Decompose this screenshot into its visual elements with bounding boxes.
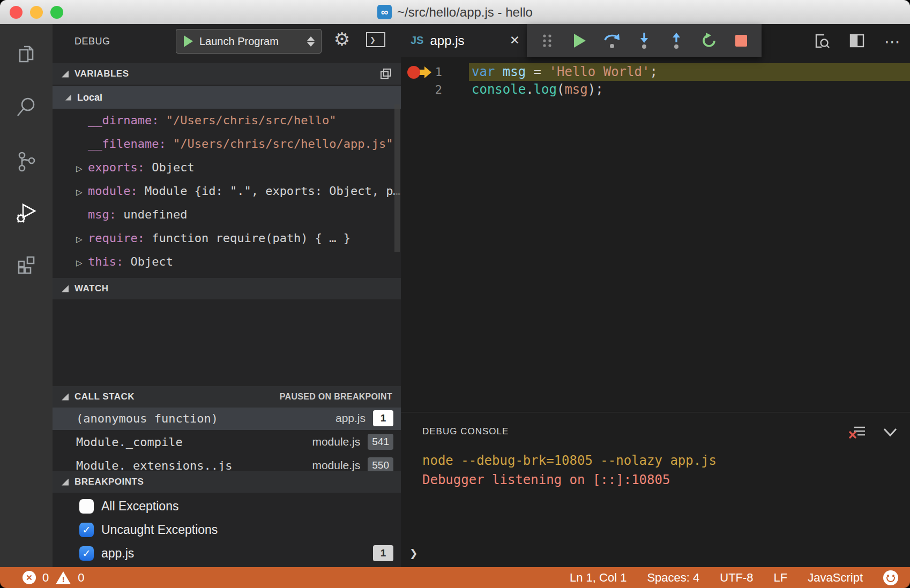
source-control-icon[interactable] bbox=[14, 150, 38, 174]
variable-value: "/Users/chris/src/hello/app.js" bbox=[173, 137, 393, 150]
warnings-count[interactable]: 0 bbox=[78, 571, 84, 585]
stack-frame-row[interactable]: Module._compilemodule.js541 bbox=[53, 430, 401, 454]
watch-header-label: WATCH bbox=[74, 283, 109, 294]
collapse-triangle-icon bbox=[62, 479, 69, 486]
variable-row[interactable]: ▷module: Module {id: ".", exports: Objec… bbox=[53, 179, 401, 203]
collapse-all-icon[interactable] bbox=[380, 68, 392, 80]
debug-sidebar: DEBUG Launch Program ⚙ ❯ VARIABLES Local… bbox=[53, 24, 401, 567]
sidebar-scrollbar[interactable] bbox=[394, 104, 400, 252]
errors-icon[interactable]: ✕ bbox=[23, 571, 36, 584]
status-item[interactable]: Ln 1, Col 1 bbox=[570, 571, 626, 585]
breakpoint-checkbox[interactable]: ✓ bbox=[79, 523, 94, 537]
breakpoint-checkbox[interactable] bbox=[79, 499, 94, 514]
js-file-icon: JS bbox=[411, 34, 423, 47]
expand-arrow-icon: ▷ bbox=[76, 228, 88, 250]
call-stack-section-header[interactable]: CALL STACK PAUSED ON BREAKPOINT bbox=[53, 386, 401, 408]
variable-row[interactable]: ▷require: function require(path) { … } bbox=[53, 227, 401, 250]
variable-name: exports: bbox=[88, 161, 152, 174]
variable-value: Module {id: ".", exports: Object, p… bbox=[145, 184, 400, 198]
launch-config-dropdown[interactable]: Launch Program bbox=[176, 29, 322, 54]
window-controls bbox=[10, 6, 63, 19]
status-item[interactable]: JavaScript bbox=[808, 571, 863, 585]
sidebar-title: DEBUG bbox=[74, 36, 110, 47]
step-into-icon[interactable] bbox=[635, 30, 654, 51]
clear-console-icon[interactable] bbox=[849, 424, 866, 442]
code-text: var msg = 'Hello World'; bbox=[469, 63, 910, 81]
variable-row[interactable]: msg: undefined bbox=[53, 203, 401, 227]
title-bar: ∞ ~/src/hello/app.js - hello bbox=[0, 0, 910, 25]
breakpoints-list: All Exceptions✓Uncaught Exceptions✓app.j… bbox=[53, 494, 401, 565]
breakpoints-section-header[interactable]: BREAKPOINTS bbox=[53, 471, 401, 493]
open-debug-console-icon[interactable]: ❯ bbox=[366, 32, 385, 47]
activity-bar bbox=[0, 24, 53, 567]
breakpoint-row[interactable]: ✓Uncaught Exceptions bbox=[53, 518, 401, 541]
frame-line-badge: 541 bbox=[368, 434, 393, 450]
stop-icon[interactable] bbox=[732, 30, 751, 51]
extensions-icon[interactable] bbox=[14, 253, 38, 276]
restart-icon[interactable] bbox=[699, 30, 719, 51]
variable-value: Object bbox=[130, 255, 173, 268]
variable-name: msg: bbox=[88, 208, 123, 221]
start-debug-icon[interactable] bbox=[184, 35, 193, 47]
variable-name: require: bbox=[88, 231, 152, 245]
open-preview-icon[interactable] bbox=[814, 33, 830, 51]
collapse-triangle-icon bbox=[62, 394, 69, 401]
close-tab-icon[interactable]: ✕ bbox=[510, 33, 520, 48]
call-stack-list: (anonymous function)app.js1Module._compi… bbox=[53, 406, 401, 477]
continue-icon[interactable] bbox=[570, 30, 589, 51]
explorer-icon[interactable] bbox=[14, 43, 38, 67]
warnings-icon[interactable]: ! bbox=[55, 571, 71, 585]
zoom-window-button[interactable] bbox=[50, 6, 63, 19]
variables-header-label: VARIABLES bbox=[74, 69, 129, 79]
breakpoint-checkbox[interactable]: ✓ bbox=[79, 546, 94, 561]
status-bar-right: Ln 1, Col 1Spaces: 4UTF-8LFJavaScript bbox=[570, 570, 898, 585]
errors-count[interactable]: 0 bbox=[42, 571, 49, 585]
breakpoint-row[interactable]: ✓app.js1 bbox=[53, 541, 401, 565]
tab-appjs[interactable]: JS app.js ✕ bbox=[401, 24, 529, 57]
variable-row[interactable]: ▷this: Object bbox=[53, 250, 401, 274]
scope-row-local[interactable]: Local bbox=[53, 86, 401, 109]
minimize-window-button[interactable] bbox=[30, 6, 43, 19]
more-actions-icon[interactable]: ⋯ bbox=[884, 34, 900, 49]
paused-on-breakpoint-badge: PAUSED ON BREAKPOINT bbox=[280, 392, 392, 402]
toolbar-drag-handle[interactable] bbox=[538, 30, 557, 51]
breakpoints-header-label: BREAKPOINTS bbox=[74, 477, 144, 487]
collapse-panel-icon[interactable] bbox=[882, 426, 898, 440]
split-editor-icon[interactable] bbox=[849, 33, 865, 51]
breakpoint-current-line-icon[interactable] bbox=[407, 65, 434, 79]
status-item[interactable]: LF bbox=[774, 571, 788, 585]
variable-name: __dirname: bbox=[88, 114, 166, 127]
variable-name: this: bbox=[88, 255, 130, 268]
variable-row[interactable]: __filename: "/Users/chris/src/hello/app.… bbox=[53, 132, 401, 156]
frame-file: module.js bbox=[312, 435, 360, 448]
variable-row[interactable]: __dirname: "/Users/chris/src/hello" bbox=[53, 109, 401, 132]
search-icon[interactable] bbox=[14, 95, 38, 119]
feedback-smiley-icon[interactable] bbox=[883, 570, 898, 585]
close-window-button[interactable] bbox=[10, 6, 23, 19]
stack-frame-row[interactable]: (anonymous function)app.js1 bbox=[53, 406, 401, 430]
variables-section-header[interactable]: VARIABLES bbox=[53, 63, 401, 85]
variable-row[interactable]: ▷exports: Object bbox=[53, 156, 401, 179]
code-line[interactable]: 1var msg = 'Hello World'; bbox=[401, 63, 910, 81]
status-item[interactable]: UTF-8 bbox=[720, 571, 753, 585]
console-prompt-icon[interactable]: ❯ bbox=[409, 545, 418, 561]
status-bar: ✕ 0 ! 0 Ln 1, Col 1Spaces: 4UTF-8LFJavaS… bbox=[0, 567, 910, 588]
code-text: console.log(msg); bbox=[469, 81, 910, 99]
code-area[interactable]: 1var msg = 'Hello World';2console.log(ms… bbox=[401, 63, 910, 99]
code-line[interactable]: 2console.log(msg); bbox=[401, 81, 910, 99]
frame-name: (anonymous function) bbox=[76, 412, 218, 425]
breakpoint-label: app.js bbox=[101, 546, 134, 561]
variable-value: Object bbox=[152, 161, 194, 174]
breakpoint-label: Uncaught Exceptions bbox=[101, 523, 218, 537]
configure-gear-icon[interactable]: ⚙ bbox=[331, 27, 353, 51]
variables-list: __dirname: "/Users/chris/src/hello"__fil… bbox=[53, 109, 401, 274]
step-out-icon[interactable] bbox=[667, 30, 686, 51]
breakpoint-row[interactable]: All Exceptions bbox=[53, 494, 401, 518]
window-title: ~/src/hello/app.js - hello bbox=[397, 5, 533, 20]
scope-label: Local bbox=[77, 92, 102, 103]
step-over-icon[interactable] bbox=[602, 30, 622, 51]
debug-icon[interactable] bbox=[14, 201, 38, 225]
watch-section-header[interactable]: WATCH bbox=[53, 278, 401, 299]
vscode-window: ∞ ~/src/hello/app.js - hello DEBUG Launc… bbox=[0, 0, 910, 588]
status-item[interactable]: Spaces: 4 bbox=[647, 571, 699, 585]
